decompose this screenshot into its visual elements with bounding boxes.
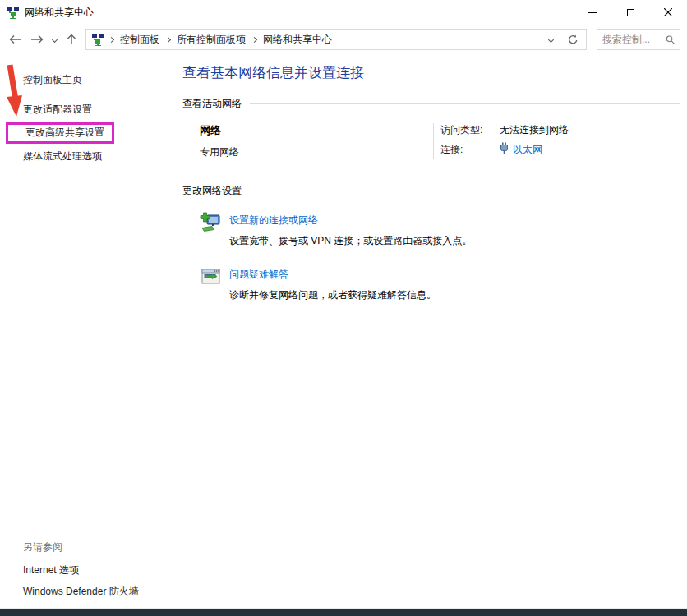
sidebar-item-change-advanced-sharing[interactable]: 更改高级共享设置 <box>25 126 104 139</box>
windows-defender-firewall-link[interactable]: Windows Defender 防火墙 <box>23 586 139 597</box>
chevron-down-icon <box>51 36 57 42</box>
back-arrow-icon <box>9 34 22 44</box>
back-button[interactable] <box>5 29 26 50</box>
up-arrow-icon <box>67 34 76 45</box>
change-settings-label: 更改网络设置 <box>182 184 242 198</box>
maximize-button[interactable] <box>611 0 649 25</box>
main-content: 查看基本网络信息并设置连接 查看活动网络 网络 专用网络 访问类型: 无法连接到… <box>182 54 680 302</box>
forward-arrow-icon <box>30 34 44 44</box>
see-also-label: 另请参阅 <box>23 540 139 554</box>
highlight-box: 更改高级共享设置 <box>6 122 114 144</box>
minimize-button[interactable] <box>574 0 611 25</box>
sidebar-item-control-panel-home[interactable]: 控制面板主页 <box>0 74 177 86</box>
setup-new-connection-description: 设置宽带、拨号或 VPN 连接；或设置路由器或接入点。 <box>229 234 472 248</box>
access-type-value: 无法连接到网络 <box>500 123 680 137</box>
internet-options-link[interactable]: Internet 选项 <box>23 564 139 576</box>
change-settings-section-header: 更改网络设置 <box>182 184 680 198</box>
minimize-icon <box>588 12 597 13</box>
active-networks-section-header: 查看活动网络 <box>182 97 680 111</box>
recent-pages-button[interactable] <box>48 29 61 50</box>
section-rule <box>250 103 680 104</box>
see-also-section: 另请参阅 Internet 选项 Windows Defender 防火墙 <box>23 540 139 597</box>
ethernet-link[interactable]: 以太网 <box>513 143 542 157</box>
close-icon <box>664 8 672 16</box>
setup-new-connection-link[interactable]: 设置新的连接或网络 <box>229 214 472 228</box>
network-sharing-center-icon <box>7 6 20 19</box>
network-name: 网络 <box>200 123 433 138</box>
up-button[interactable] <box>61 29 82 50</box>
breadcrumb-item-all-items[interactable]: 所有控制面板项 <box>172 30 251 49</box>
sidebar: 控制面板主页 更改适配器设置 更改高级共享设置 媒体流式处理选项 <box>0 54 177 163</box>
network-type: 专用网络 <box>200 145 433 159</box>
troubleshoot-link[interactable]: 问题疑难解答 <box>229 268 436 282</box>
address-bar[interactable]: 控制面板 所有控制面板项 网络和共享中心 <box>85 29 587 50</box>
sidebar-item-change-adapter-settings[interactable]: 更改适配器设置 <box>0 103 177 116</box>
refresh-icon <box>568 34 579 45</box>
active-networks-label: 查看活动网络 <box>182 97 242 111</box>
ethernet-icon <box>500 142 509 157</box>
breadcrumb-separator-icon <box>251 36 257 42</box>
breadcrumb-separator-icon <box>165 36 171 42</box>
active-network-item: 网络 专用网络 访问类型: 无法连接到网络 连接: <box>182 123 680 159</box>
breadcrumb-item-network-sharing[interactable]: 网络和共享中心 <box>258 30 337 49</box>
sidebar-item-media-streaming-options[interactable]: 媒体流式处理选项 <box>0 150 177 163</box>
breadcrumb-item-control-panel[interactable]: 控制面板 <box>115 30 164 49</box>
refresh-button[interactable] <box>560 30 586 49</box>
chevron-down-icon <box>547 36 553 42</box>
network-details: 访问类型: 无法连接到网络 连接: 以太网 <box>433 123 680 159</box>
search-box[interactable] <box>597 29 680 50</box>
network-identity: 网络 专用网络 <box>182 123 433 159</box>
window-title: 网络和共享中心 <box>25 6 94 20</box>
close-button[interactable] <box>649 0 687 25</box>
forward-button[interactable] <box>26 29 48 50</box>
troubleshoot-description: 诊断并修复网络问题，或者获得疑难解答信息。 <box>229 288 436 302</box>
window-controls <box>574 0 687 25</box>
address-dropdown-button[interactable] <box>542 30 560 49</box>
maximize-icon <box>627 9 634 16</box>
search-icon <box>666 34 675 45</box>
section-rule <box>250 191 680 191</box>
task-setup-new-connection: 设置新的连接或网络 设置宽带、拨号或 VPN 连接；或设置路由器或接入点。 <box>182 212 680 248</box>
task-troubleshoot: 问题疑难解答 诊断并修复网络问题，或者获得疑难解答信息。 <box>182 266 680 302</box>
breadcrumb-separator-icon <box>108 36 114 42</box>
taskbar-edge <box>0 609 687 616</box>
access-type-label: 访问类型: <box>440 123 500 137</box>
connections-label: 连接: <box>440 143 500 157</box>
title-bar: 网络和共享中心 <box>0 0 687 25</box>
page-title: 查看基本网络信息并设置连接 <box>182 63 680 82</box>
navigation-bar: 控制面板 所有控制面板项 网络和共享中心 <box>0 25 687 54</box>
search-input[interactable] <box>602 34 666 45</box>
troubleshoot-icon <box>200 266 222 302</box>
new-connection-icon <box>200 212 222 248</box>
network-sharing-center-icon <box>91 33 104 46</box>
red-annotation-arrow <box>3 64 25 122</box>
